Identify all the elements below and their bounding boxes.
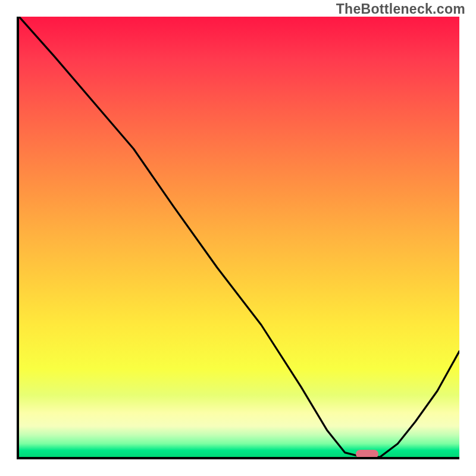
chart-container: TheBottleneck.com [0, 0, 476, 476]
watermark-text: TheBottleneck.com [336, 1, 465, 17]
chart-axes-frame [17, 17, 459, 459]
